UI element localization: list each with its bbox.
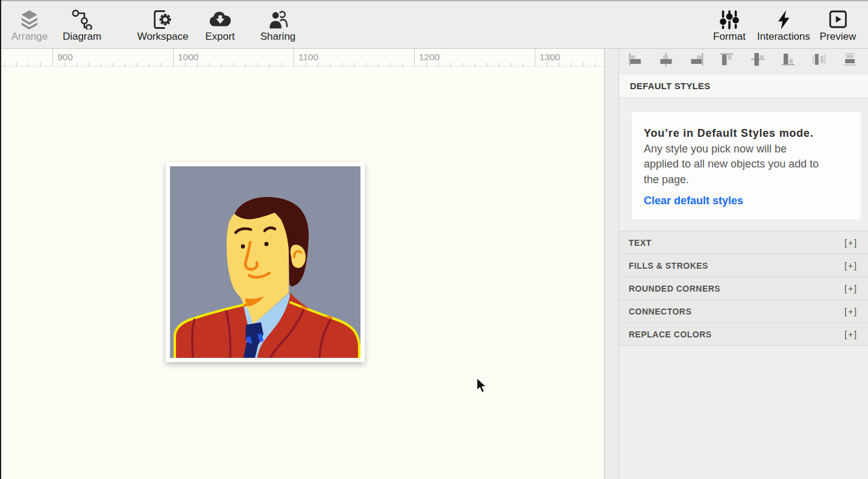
svg-text:1200: 1200: [419, 52, 440, 62]
svg-text:1300: 1300: [539, 52, 561, 62]
svg-text:1100: 1100: [298, 52, 319, 62]
svg-text:900: 900: [57, 52, 73, 62]
svg-text:1000: 1000: [178, 52, 199, 62]
